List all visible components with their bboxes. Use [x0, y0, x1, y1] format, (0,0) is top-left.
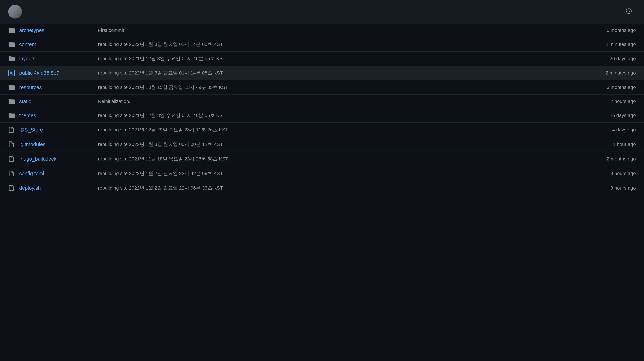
file-row: archetypes First commit 5 months ago	[0, 23, 644, 37]
repo-browser: const data = JSON.parse(document.getElem…	[0, 0, 644, 195]
file-name-cell: .gitmodules	[19, 141, 91, 147]
file-age: 2 months ago	[588, 156, 636, 162]
file-icon	[8, 126, 19, 133]
file-row: .gitmodules rebuilding site 2022년 1월 3일 …	[0, 137, 644, 152]
folder-icon	[8, 112, 19, 118]
file-icon	[8, 155, 19, 162]
file-name-cell: .DS_Store	[19, 127, 91, 133]
file-commit-message: First commit	[91, 27, 588, 33]
file-commit-message: rebuilding site 2022년 1월 3일 월요일 00시 00분 …	[91, 141, 588, 148]
file-commit-message: rebuilding site 2021년 11월 18일 목요일 23시 28…	[91, 156, 588, 162]
file-age: 5 months ago	[588, 27, 636, 33]
folder-icon	[8, 98, 19, 104]
header-left	[8, 5, 26, 18]
file-name-cell: layouts	[19, 56, 91, 61]
file-name-cell: archetypes	[19, 27, 91, 33]
folder-icon	[8, 27, 19, 33]
file-row: deploy.sh rebuilding site 2022년 1월 2일 일요…	[0, 181, 644, 195]
file-name-cell: public @ d36f8e7	[19, 70, 91, 76]
file-age: 4 days ago	[588, 127, 636, 133]
file-age: 26 days ago	[588, 113, 636, 118]
file-icon	[8, 185, 19, 191]
file-name-link[interactable]: .DS_Store	[19, 127, 43, 133]
file-commit-message: rebuilding site 2022년 1월 3일 월요일 01시 14분 …	[91, 70, 588, 76]
header-right	[610, 8, 636, 15]
folder-icon	[8, 55, 19, 62]
file-name-link[interactable]: config.toml	[19, 171, 44, 176]
file-age: 3 months ago	[588, 85, 636, 90]
file-age: 2 hours ago	[588, 99, 636, 104]
file-name-cell: .hugo_build.lock	[19, 156, 91, 162]
file-name-cell: resources	[19, 84, 91, 90]
file-row: content rebuilding site 2022년 1월 3일 월요일 …	[0, 37, 644, 51]
file-commit-message: rebuilding site 2022년 1월 3일 월요일 01시 14분 …	[91, 41, 588, 48]
file-name-cell: themes	[19, 112, 91, 118]
file-name-link[interactable]: themes	[19, 112, 36, 118]
file-commit-message: rebuilding site 2021년 12월 8일 수요일 01시 46분…	[91, 55, 588, 62]
file-age: 26 days ago	[588, 56, 636, 61]
commits-count-container	[626, 8, 636, 15]
file-name-link[interactable]: deploy.sh	[19, 185, 41, 191]
file-commit-message: rebuilding site 2021년 12월 8일 수요일 01시 46분…	[91, 112, 588, 119]
history-icon	[626, 8, 632, 15]
file-commit-message: rebuilding site 2022년 1월 2일 일요일 22시 42분 …	[91, 170, 588, 177]
file-name-link[interactable]: .gitmodules	[19, 141, 46, 147]
file-row: themes rebuilding site 2021년 12월 8일 수요일 …	[0, 108, 644, 123]
commit-header	[0, 0, 644, 23]
file-row: public @ d36f8e7 rebuilding site 2022년 1…	[0, 66, 644, 80]
file-name-link[interactable]: public @ d36f8e7	[19, 70, 59, 76]
file-name-cell: config.toml	[19, 171, 91, 176]
file-icon	[8, 141, 19, 148]
file-row: .hugo_build.lock rebuilding site 2021년 1…	[0, 152, 644, 166]
file-row: .DS_Store rebuilding site 2021년 12월 29일 …	[0, 123, 644, 137]
file-age: 3 hours ago	[588, 171, 636, 176]
file-row: config.toml rebuilding site 2022년 1월 2일 …	[0, 166, 644, 181]
avatar[interactable]	[8, 5, 22, 18]
folder-icon	[8, 41, 19, 47]
file-name-cell: content	[19, 41, 91, 47]
file-commit-message: rebuilding site 2022년 1월 2일 일요일 22시 06분 …	[91, 185, 588, 191]
file-name-cell: deploy.sh	[19, 185, 91, 191]
file-age: 1 hour ago	[588, 142, 636, 147]
submodule-icon	[8, 69, 19, 76]
file-commit-message: rebuilding site 2021년 10월 15일 금요일 13시 49…	[91, 84, 588, 91]
file-name-cell: static	[19, 98, 91, 104]
file-name-link[interactable]: layouts	[19, 56, 36, 61]
file-age: 3 hours ago	[588, 185, 636, 191]
file-commit-message: Reinitialization.	[91, 99, 588, 104]
file-row: static Reinitialization. 2 hours ago	[0, 94, 644, 108]
file-name-link[interactable]: content	[19, 41, 36, 47]
file-icon	[8, 170, 19, 177]
file-age: 2 minutes ago	[588, 70, 636, 76]
file-list: const data = JSON.parse(document.getElem…	[0, 23, 644, 195]
file-name-link[interactable]: static	[19, 98, 31, 104]
file-row: layouts rebuilding site 2021년 12월 8일 수요일…	[0, 51, 644, 66]
folder-icon	[8, 84, 19, 90]
file-name-link[interactable]: resources	[19, 84, 42, 90]
file-commit-message: rebuilding site 2021년 12월 29일 수요일 23시 11…	[91, 127, 588, 133]
file-name-link[interactable]: archetypes	[19, 27, 44, 33]
file-row: resources rebuilding site 2021년 10월 15일 …	[0, 80, 644, 94]
file-age: 2 minutes ago	[588, 42, 636, 47]
file-name-link[interactable]: .hugo_build.lock	[19, 156, 56, 162]
